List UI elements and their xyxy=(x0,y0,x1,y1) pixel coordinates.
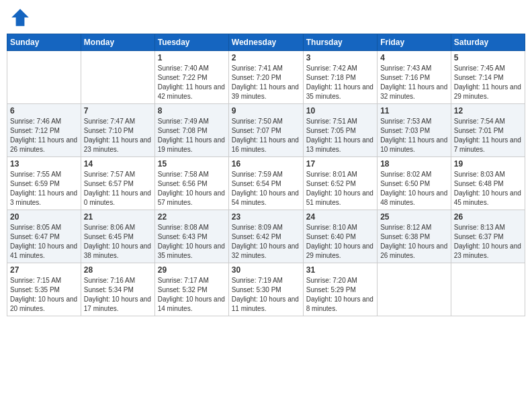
weekday-header: Thursday xyxy=(303,34,377,51)
calendar-cell: 22Sunrise: 8:08 AMSunset: 6:43 PMDayligh… xyxy=(154,210,228,263)
calendar-cell xyxy=(451,263,525,316)
calendar-cell: 11Sunrise: 7:53 AMSunset: 7:03 PMDayligh… xyxy=(378,104,451,157)
day-number: 14 xyxy=(84,159,152,169)
weekday-header-row: SundayMondayTuesdayWednesdayThursdayFrid… xyxy=(7,34,525,51)
day-number: 22 xyxy=(158,212,226,222)
day-number: 26 xyxy=(454,212,522,222)
day-info: Sunrise: 7:43 AMSunset: 7:16 PMDaylight:… xyxy=(380,64,448,101)
calendar-cell xyxy=(7,51,81,104)
day-number: 24 xyxy=(306,212,374,222)
calendar-cell: 12Sunrise: 7:54 AMSunset: 7:01 PMDayligh… xyxy=(451,104,525,157)
day-number: 25 xyxy=(380,212,448,222)
calendar-cell: 24Sunrise: 8:10 AMSunset: 6:40 PMDayligh… xyxy=(303,210,377,263)
day-info: Sunrise: 8:05 AMSunset: 6:47 PMDaylight:… xyxy=(10,223,78,261)
day-number: 6 xyxy=(10,106,78,116)
day-number: 11 xyxy=(380,106,448,116)
day-info: Sunrise: 8:08 AMSunset: 6:43 PMDaylight:… xyxy=(158,223,226,261)
weekday-header: Wednesday xyxy=(228,34,303,51)
weekday-header: Monday xyxy=(81,34,154,51)
day-info: Sunrise: 7:50 AMSunset: 7:07 PMDaylight:… xyxy=(232,117,300,154)
day-info: Sunrise: 8:13 AMSunset: 6:37 PMDaylight:… xyxy=(454,223,522,261)
day-info: Sunrise: 7:47 AMSunset: 7:10 PMDaylight:… xyxy=(84,117,152,154)
day-info: Sunrise: 7:57 AMSunset: 6:57 PMDaylight:… xyxy=(84,170,152,208)
day-number: 27 xyxy=(10,265,78,275)
calendar-cell: 13Sunrise: 7:55 AMSunset: 6:59 PMDayligh… xyxy=(7,157,81,210)
calendar-cell xyxy=(81,51,154,104)
svg-marker-0 xyxy=(11,9,29,26)
day-info: Sunrise: 7:45 AMSunset: 7:14 PMDaylight:… xyxy=(454,64,522,101)
calendar-table: SundayMondayTuesdayWednesdayThursdayFrid… xyxy=(7,34,525,316)
day-number: 2 xyxy=(232,53,300,62)
day-info: Sunrise: 8:09 AMSunset: 6:42 PMDaylight:… xyxy=(232,223,300,261)
day-info: Sunrise: 8:06 AMSunset: 6:45 PMDaylight:… xyxy=(84,223,152,261)
page-header xyxy=(7,7,525,28)
day-number: 7 xyxy=(84,106,152,116)
day-number: 20 xyxy=(10,212,78,222)
day-info: Sunrise: 7:42 AMSunset: 7:18 PMDaylight:… xyxy=(306,64,374,101)
calendar-cell: 26Sunrise: 8:13 AMSunset: 6:37 PMDayligh… xyxy=(451,210,525,263)
day-number: 1 xyxy=(158,53,226,62)
calendar-cell: 30Sunrise: 7:19 AMSunset: 5:30 PMDayligh… xyxy=(228,263,303,316)
day-info: Sunrise: 7:46 AMSunset: 7:12 PMDaylight:… xyxy=(10,117,78,154)
day-number: 18 xyxy=(380,159,448,169)
calendar-cell xyxy=(378,263,451,316)
calendar-week-row: 27Sunrise: 7:15 AMSunset: 5:35 PMDayligh… xyxy=(7,263,525,316)
calendar-cell: 10Sunrise: 7:51 AMSunset: 7:05 PMDayligh… xyxy=(303,104,377,157)
weekday-header: Tuesday xyxy=(154,34,228,51)
day-info: Sunrise: 7:58 AMSunset: 6:56 PMDaylight:… xyxy=(158,170,226,208)
calendar-week-row: 1Sunrise: 7:40 AMSunset: 7:22 PMDaylight… xyxy=(7,51,525,104)
day-info: Sunrise: 7:20 AMSunset: 5:29 PMDaylight:… xyxy=(306,276,374,314)
calendar-cell: 21Sunrise: 8:06 AMSunset: 6:45 PMDayligh… xyxy=(81,210,154,263)
day-info: Sunrise: 7:17 AMSunset: 5:32 PMDaylight:… xyxy=(158,276,226,314)
day-number: 28 xyxy=(84,265,152,275)
calendar-cell: 6Sunrise: 7:46 AMSunset: 7:12 PMDaylight… xyxy=(7,104,81,157)
calendar-cell: 4Sunrise: 7:43 AMSunset: 7:16 PMDaylight… xyxy=(378,51,451,104)
day-number: 31 xyxy=(306,265,374,275)
calendar-cell: 3Sunrise: 7:42 AMSunset: 7:18 PMDaylight… xyxy=(303,51,377,104)
day-info: Sunrise: 7:53 AMSunset: 7:03 PMDaylight:… xyxy=(380,117,448,154)
day-info: Sunrise: 7:49 AMSunset: 7:08 PMDaylight:… xyxy=(158,117,226,154)
day-number: 3 xyxy=(306,53,374,62)
calendar-cell: 27Sunrise: 7:15 AMSunset: 5:35 PMDayligh… xyxy=(7,263,81,316)
day-number: 4 xyxy=(380,53,448,62)
day-info: Sunrise: 7:55 AMSunset: 6:59 PMDaylight:… xyxy=(10,170,78,208)
calendar-cell: 15Sunrise: 7:58 AMSunset: 6:56 PMDayligh… xyxy=(154,157,228,210)
weekday-header: Friday xyxy=(378,34,451,51)
day-info: Sunrise: 7:51 AMSunset: 7:05 PMDaylight:… xyxy=(306,117,374,154)
day-info: Sunrise: 7:15 AMSunset: 5:35 PMDaylight:… xyxy=(10,276,78,314)
calendar-cell: 17Sunrise: 8:01 AMSunset: 6:52 PMDayligh… xyxy=(303,157,377,210)
day-number: 29 xyxy=(158,265,226,275)
calendar-cell: 8Sunrise: 7:49 AMSunset: 7:08 PMDaylight… xyxy=(154,104,228,157)
day-info: Sunrise: 8:03 AMSunset: 6:48 PMDaylight:… xyxy=(454,170,522,208)
day-info: Sunrise: 7:19 AMSunset: 5:30 PMDaylight:… xyxy=(232,276,300,314)
day-number: 16 xyxy=(232,159,300,169)
day-info: Sunrise: 7:54 AMSunset: 7:01 PMDaylight:… xyxy=(454,117,522,154)
day-number: 17 xyxy=(306,159,374,169)
day-info: Sunrise: 7:40 AMSunset: 7:22 PMDaylight:… xyxy=(158,64,226,101)
calendar-cell: 7Sunrise: 7:47 AMSunset: 7:10 PMDaylight… xyxy=(81,104,154,157)
day-info: Sunrise: 8:02 AMSunset: 6:50 PMDaylight:… xyxy=(380,170,448,208)
calendar-cell: 29Sunrise: 7:17 AMSunset: 5:32 PMDayligh… xyxy=(154,263,228,316)
day-info: Sunrise: 8:12 AMSunset: 6:38 PMDaylight:… xyxy=(380,223,448,261)
day-info: Sunrise: 7:59 AMSunset: 6:54 PMDaylight:… xyxy=(232,170,300,208)
day-number: 9 xyxy=(232,106,300,116)
day-info: Sunrise: 8:10 AMSunset: 6:40 PMDaylight:… xyxy=(306,223,374,261)
calendar-week-row: 20Sunrise: 8:05 AMSunset: 6:47 PMDayligh… xyxy=(7,210,525,263)
day-info: Sunrise: 7:41 AMSunset: 7:20 PMDaylight:… xyxy=(232,64,300,101)
calendar-cell: 16Sunrise: 7:59 AMSunset: 6:54 PMDayligh… xyxy=(228,157,303,210)
calendar-cell: 1Sunrise: 7:40 AMSunset: 7:22 PMDaylight… xyxy=(154,51,228,104)
day-number: 19 xyxy=(454,159,522,169)
day-number: 8 xyxy=(158,106,226,116)
weekday-header: Sunday xyxy=(7,34,81,51)
calendar-cell: 18Sunrise: 8:02 AMSunset: 6:50 PMDayligh… xyxy=(378,157,451,210)
day-number: 15 xyxy=(158,159,226,169)
day-number: 10 xyxy=(306,106,374,116)
day-number: 23 xyxy=(232,212,300,222)
calendar-cell: 31Sunrise: 7:20 AMSunset: 5:29 PMDayligh… xyxy=(303,263,377,316)
logo-icon xyxy=(9,7,31,28)
calendar-cell: 25Sunrise: 8:12 AMSunset: 6:38 PMDayligh… xyxy=(378,210,451,263)
day-info: Sunrise: 8:01 AMSunset: 6:52 PMDaylight:… xyxy=(306,170,374,208)
calendar-cell: 9Sunrise: 7:50 AMSunset: 7:07 PMDaylight… xyxy=(228,104,303,157)
day-info: Sunrise: 7:16 AMSunset: 5:34 PMDaylight:… xyxy=(84,276,152,314)
calendar-week-row: 6Sunrise: 7:46 AMSunset: 7:12 PMDaylight… xyxy=(7,104,525,157)
